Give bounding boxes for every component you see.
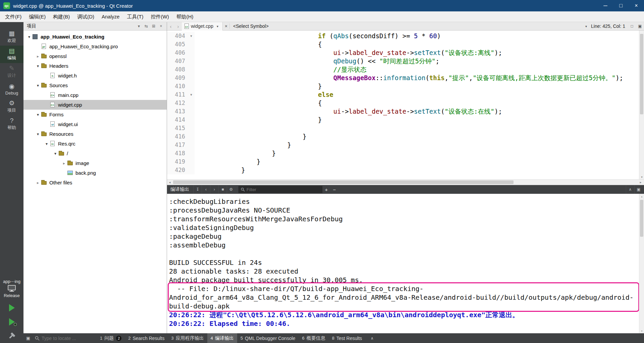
- scroll-to-end-icon[interactable]: ↧: [193, 185, 202, 194]
- scroll-down-icon[interactable]: ▾: [639, 174, 644, 179]
- scroll-down-icon[interactable]: ▾: [639, 328, 644, 333]
- toggle-sidebar-icon[interactable]: ▣: [23, 336, 33, 341]
- tree-item-app-huawei-eco-tracking[interactable]: ▾app_Huawei_Eco_tracking: [23, 32, 167, 42]
- menu-item[interactable]: 文件(F): [1, 11, 25, 22]
- expand-arrow-icon[interactable]: ▸: [35, 180, 41, 185]
- collapse-arrow-icon[interactable]: ▾: [35, 64, 41, 68]
- next-item-icon[interactable]: ›: [210, 185, 218, 194]
- detach-pane-icon[interactable]: ▣: [634, 185, 643, 194]
- sync-with-editor-icon[interactable]: ⇆: [143, 24, 150, 28]
- filter-input[interactable]: [247, 187, 320, 192]
- pane-button-6[interactable]: 6概要信息: [299, 333, 329, 343]
- scrollbar-thumb[interactable]: [173, 180, 514, 184]
- tree-item-other-files[interactable]: ▸Other files: [23, 178, 167, 187]
- tree-item-res-qrc[interactable]: ▾rcRes.qrc: [23, 139, 167, 149]
- tree-item-sources[interactable]: ▾Sources: [23, 80, 167, 90]
- mode-welcome[interactable]: ▦欢迎: [0, 28, 23, 46]
- mode-help[interactable]: ?帮助: [0, 115, 23, 133]
- tree-item-main-cpp[interactable]: C+main.cpp: [23, 90, 167, 100]
- mode-design[interactable]: ✎设计: [0, 63, 23, 80]
- symbol-selector[interactable]: <Select Symbol>: [229, 23, 272, 29]
- mode-edit[interactable]: ▤编辑: [0, 46, 23, 63]
- editor-vertical-scrollbar[interactable]: ▾: [639, 31, 644, 179]
- code-editor[interactable]: 404▾ if (qAbs(secondsDiff) >= 5 * 60)405…: [167, 31, 644, 179]
- tree-item-headers[interactable]: ▾Headers: [23, 61, 167, 71]
- fold-marker-icon[interactable]: ▾: [188, 91, 195, 99]
- tree-item-widget-h[interactable]: hwidget.h: [23, 71, 167, 80]
- pane-button-8[interactable]: 8Test Results: [329, 333, 365, 343]
- menu-item[interactable]: 构建(B): [49, 11, 73, 22]
- fold-marker-icon[interactable]: ▾: [188, 32, 195, 40]
- scroll-up-icon[interactable]: ▴: [639, 194, 644, 199]
- stop-icon[interactable]: ■: [218, 185, 227, 194]
- output-vertical-scrollbar[interactable]: ▴ ▾: [639, 194, 644, 333]
- scrollbar-thumb[interactable]: [640, 34, 643, 114]
- menu-item[interactable]: 工具(T): [123, 11, 147, 22]
- mode-debug[interactable]: ◉Debug: [0, 80, 23, 98]
- scrollbar-thumb[interactable]: [640, 200, 643, 237]
- collapse-arrow-icon[interactable]: ▾: [52, 151, 58, 156]
- zoom-in-icon[interactable]: +: [322, 187, 330, 192]
- tree-item-forms[interactable]: ▾Forms: [23, 110, 167, 119]
- horizontal-scrollbar[interactable]: ◂ ▸: [167, 179, 644, 185]
- menu-item[interactable]: 编辑(E): [25, 11, 49, 22]
- collapse-arrow-icon[interactable]: ▾: [44, 141, 50, 146]
- menu-item[interactable]: 调试(D): [73, 11, 98, 22]
- maximize-button[interactable]: □: [613, 0, 629, 11]
- menu-item[interactable]: 控件(W): [147, 11, 173, 22]
- collapse-arrow-icon[interactable]: ▾: [26, 35, 32, 39]
- mode-projects[interactable]: ⚙项目: [0, 98, 23, 115]
- filter-box[interactable]: [238, 186, 322, 193]
- filter-icon[interactable]: ▾: [135, 24, 143, 28]
- minimize-button[interactable]: ─: [598, 0, 613, 11]
- kit-selector[interactable]: app⋯ing Release: [3, 279, 20, 298]
- close-panel-icon[interactable]: ×: [157, 24, 165, 28]
- pane-button-1[interactable]: 1问题2: [97, 333, 125, 343]
- locator-input[interactable]: [42, 336, 89, 341]
- scroll-left-icon[interactable]: ◂: [167, 180, 172, 185]
- debug-run-button[interactable]: [0, 315, 23, 329]
- editor-window-icon[interactable]: ▣: [636, 24, 644, 28]
- expand-arrow-icon[interactable]: ▸: [35, 54, 41, 59]
- code-token: ui: [333, 108, 341, 115]
- menu-item[interactable]: Analyze: [98, 11, 123, 22]
- maximize-pane-icon[interactable]: ∧: [626, 185, 634, 194]
- build-button[interactable]: [0, 329, 23, 343]
- folder-icon: [41, 55, 47, 58]
- tree-item-widget-cpp[interactable]: C+widget.cpp: [23, 100, 167, 110]
- tab-widget-cpp[interactable]: C+ widget.cpp ▾: [182, 22, 223, 31]
- pane-button-3[interactable]: 3应用程序输出: [168, 333, 207, 343]
- menu-item[interactable]: 帮助(H): [173, 11, 197, 22]
- expand-arrow-icon[interactable]: ▸: [61, 161, 67, 166]
- scroll-right-icon[interactable]: ▸: [638, 180, 643, 185]
- tree-item-image[interactable]: ▸image: [23, 158, 167, 168]
- collapse-arrow-icon[interactable]: ▾: [35, 83, 41, 88]
- forward-icon[interactable]: ›: [174, 23, 182, 29]
- compile-output-pane[interactable]: :checkDebugLibraries:processDebugJavaRes…: [167, 194, 644, 333]
- expand-output-icon[interactable]: ∧: [368, 336, 376, 341]
- settings-icon[interactable]: ⚙: [227, 185, 235, 194]
- chevron-down-icon[interactable]: ▾: [584, 24, 588, 28]
- locator[interactable]: [33, 336, 97, 341]
- tree-item-back-png[interactable]: back.png: [23, 168, 167, 178]
- code-text: else: [195, 91, 333, 99]
- tree-item-openssl[interactable]: ▸openssl: [23, 51, 167, 61]
- close-tab-icon[interactable]: ×: [223, 23, 229, 29]
- tree-item-resources[interactable]: ▾Resources: [23, 129, 167, 139]
- tree-item--[interactable]: ▾/: [23, 149, 167, 158]
- close-button[interactable]: ×: [629, 0, 644, 11]
- split-panel-icon[interactable]: ⊞: [150, 24, 157, 28]
- chevron-down-icon[interactable]: ▾: [215, 24, 220, 28]
- run-button[interactable]: [0, 301, 23, 315]
- collapse-arrow-icon[interactable]: ▾: [35, 112, 41, 117]
- back-icon[interactable]: ‹: [167, 23, 174, 29]
- tree-item-app-huawei-eco-tracking-pro[interactable]: prapp_Huawei_Eco_tracking.pro: [23, 42, 167, 51]
- pane-button-5[interactable]: 5QML Debugger Console: [237, 333, 299, 343]
- pane-button-4[interactable]: 4编译输出: [207, 333, 237, 343]
- split-editor-icon[interactable]: □: [628, 24, 636, 28]
- collapse-arrow-icon[interactable]: ▾: [35, 132, 41, 136]
- previous-item-icon[interactable]: ‹: [202, 185, 210, 194]
- pane-button-2[interactable]: 2Search Results: [125, 333, 168, 343]
- zoom-out-icon[interactable]: −: [330, 187, 338, 192]
- tree-item-widget-ui[interactable]: uiwidget.ui: [23, 119, 167, 129]
